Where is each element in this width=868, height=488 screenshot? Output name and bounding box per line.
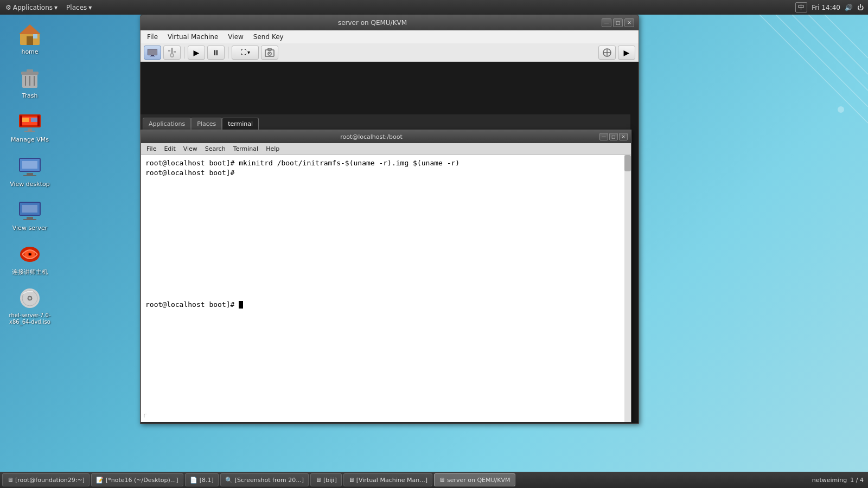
- desktop-icon-view-server[interactable]: View server: [5, 195, 54, 234]
- svg-rect-15: [31, 118, 37, 122]
- svg-line-38: [792, 15, 868, 91]
- taskbar-top: ⚙ Applications ▾ Places ▾ 中 Fri 14:40 🔊 …: [0, 0, 868, 15]
- term-menu-search[interactable]: Search: [202, 145, 229, 153]
- qemu-titlebar: server on QEMU/KVM — □ ✕: [141, 15, 639, 30]
- qemu-close-button[interactable]: ✕: [624, 18, 634, 27]
- svg-rect-51: [268, 48, 271, 50]
- places-menu[interactable]: Places ▾: [63, 3, 95, 12]
- toolbar-screenshot-button[interactable]: [261, 46, 278, 60]
- desktop-icon-connect-teacher[interactable]: 连接讲师主机: [5, 239, 54, 278]
- toolbar-separator-1: [184, 47, 184, 59]
- taskbar-item-screenshot[interactable]: 🔍 [Screenshot from 20...]: [220, 473, 309, 486]
- toolbar-pause-button[interactable]: ⏸: [207, 46, 225, 60]
- virt-manager-label: [Virtual Machine Man...]: [356, 477, 427, 484]
- svg-point-47: [170, 54, 174, 57]
- terminal-minimize-button[interactable]: —: [599, 133, 608, 140]
- svg-rect-25: [22, 205, 37, 213]
- svg-point-53: [269, 53, 270, 54]
- manage-vms-icon: [17, 109, 43, 135]
- taskbar-item-biji[interactable]: 🖥 [biji]: [310, 473, 342, 486]
- app-menu-icon: ⚙: [5, 4, 11, 11]
- qemu-menu-virtualmachine[interactable]: Virtual Machine: [163, 32, 222, 42]
- terminal-body[interactable]: root@localhost boot]# mkinitrd /boot/ini…: [141, 155, 631, 422]
- taskbar-item-8-1[interactable]: 📄 [8.1]: [185, 473, 219, 486]
- terminal-title: root@localhost:/boot: [144, 133, 598, 140]
- desktop-icon-view-desktop[interactable]: View desktop: [5, 151, 54, 190]
- svg-rect-43: [148, 49, 157, 55]
- power-icon[interactable]: ⏻: [857, 4, 864, 11]
- terminal-titlebar: root@localhost:/boot — □ ✕: [141, 130, 631, 143]
- inner-tab-places[interactable]: Places: [191, 118, 222, 130]
- term-menu-view[interactable]: View: [180, 145, 201, 153]
- svg-rect-3: [33, 34, 37, 38]
- svg-rect-14: [22, 118, 29, 122]
- qemu-minimize-button[interactable]: —: [602, 18, 611, 27]
- svg-rect-26: [27, 217, 33, 219]
- view-desktop-icon: [17, 153, 43, 179]
- term-menu-terminal[interactable]: Terminal: [230, 145, 262, 153]
- biji-label: [biji]: [323, 477, 337, 484]
- svg-line-36: [760, 15, 868, 123]
- toolbar-arrow-button[interactable]: ▶: [618, 46, 635, 60]
- connect-teacher-label: 连接讲师主机: [12, 268, 48, 275]
- taskbar-item-server-qemu[interactable]: 🖥 server on QEMU/KVM: [434, 473, 515, 486]
- view-server-icon: [17, 197, 43, 223]
- qemu-menu-file[interactable]: File: [143, 32, 162, 42]
- inner-tab-applications[interactable]: Applications: [143, 118, 191, 130]
- svg-rect-2: [27, 36, 33, 45]
- svg-rect-22: [23, 175, 36, 176]
- terminal-scrollbar[interactable]: [624, 155, 631, 422]
- qemu-maximize-button[interactable]: □: [613, 18, 623, 27]
- term-menu-file[interactable]: File: [143, 145, 159, 153]
- applications-label: Applications: [13, 4, 53, 11]
- toolbar-play-button[interactable]: ▶: [188, 46, 205, 60]
- terminal-menubar: File Edit View Search Terminal Help: [141, 143, 631, 155]
- qemu-title: server on QEMU/KVM: [145, 19, 600, 27]
- terminal-scrollbar-thumb[interactable]: [624, 155, 631, 171]
- inner-tab-terminal[interactable]: terminal: [222, 118, 259, 130]
- qemu-menu-view[interactable]: View: [224, 32, 247, 42]
- svg-rect-16: [28, 129, 32, 131]
- desktop-icon-home[interactable]: home: [5, 19, 54, 57]
- home-icon: [17, 21, 43, 47]
- lang-indicator[interactable]: 中: [795, 2, 807, 12]
- toolbar-resize-button[interactable]: [598, 46, 616, 60]
- svg-point-31: [29, 253, 31, 255]
- toolbar-display-button[interactable]: [144, 46, 161, 60]
- desktop-icon-dvd[interactable]: rhel-server-7.0-x86_64-dvd.iso: [5, 283, 54, 328]
- screenshot-icon: 🔍: [225, 477, 233, 484]
- qemu-menu-sendkey[interactable]: Send Key: [249, 32, 288, 42]
- toolbar-fullscreen-button[interactable]: ⛶▾: [232, 46, 259, 60]
- terminal-line-2: root@localhost boot]#: [145, 168, 627, 178]
- page-indicator: 1 / 4: [850, 477, 864, 484]
- trash-icon: [17, 65, 43, 91]
- svg-rect-12: [20, 115, 22, 126]
- note16-label: [*note16 (~/Desktop)...]: [106, 477, 178, 484]
- decorative-lines: [732, 15, 868, 232]
- bottom-partial-text: r: [143, 411, 147, 419]
- taskbar-item-virt-manager[interactable]: 🖥 [Virtual Machine Man...]: [343, 473, 432, 486]
- taskbar-item-note16[interactable]: 📝 [*note16 (~/Desktop)...]: [91, 473, 183, 486]
- term-menu-edit[interactable]: Edit: [161, 145, 178, 153]
- toolbar-separator-2: [228, 47, 228, 59]
- svg-line-39: [808, 15, 868, 74]
- svg-line-37: [776, 15, 868, 107]
- biji-icon: 🖥: [315, 477, 321, 484]
- note16-icon: 📝: [96, 477, 104, 484]
- term-menu-help[interactable]: Help: [263, 145, 283, 153]
- terminal-maximize-button[interactable]: □: [609, 133, 618, 140]
- svg-rect-20: [22, 161, 37, 169]
- toolbar-usb-button[interactable]: [163, 46, 181, 60]
- taskbar-item-root-term[interactable]: 🖥 [root@foundation29:~]: [2, 473, 90, 486]
- terminal-line-1: root@localhost boot]# mkinitrd /boot/ini…: [145, 158, 627, 168]
- terminal-close-button[interactable]: ✕: [619, 133, 628, 140]
- netweiming-label: netweiming: [812, 477, 847, 484]
- view-server-label: View server: [12, 224, 47, 232]
- desktop-icon-trash[interactable]: Trash: [5, 63, 54, 101]
- svg-rect-48: [168, 50, 170, 52]
- volume-icon[interactable]: 🔊: [845, 4, 853, 11]
- desktop-icon-manage-vms[interactable]: Manage VMs: [5, 107, 54, 145]
- applications-menu[interactable]: ⚙ Applications ▾: [2, 3, 61, 12]
- taskbar-right: netweiming 1 / 4: [812, 477, 866, 484]
- connect-teacher-icon: [17, 241, 43, 267]
